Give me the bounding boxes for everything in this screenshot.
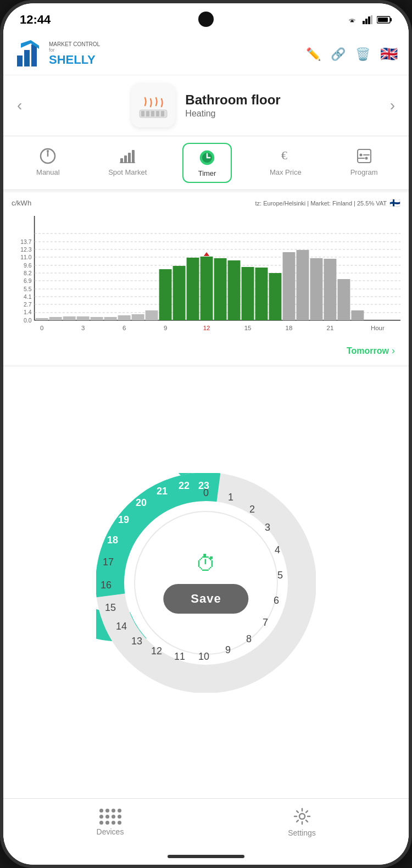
finland-flag: 🇫🇮 — [389, 198, 400, 208]
camera-notch — [198, 12, 214, 27]
svg-point-31 — [365, 157, 368, 160]
clock-center: ⏱ Save — [163, 552, 248, 614]
device-icon-box — [131, 84, 175, 127]
battery-icon — [377, 15, 392, 24]
delete-icon[interactable]: 🗑️ — [355, 47, 370, 62]
chart-tz: tz: Europe/Helsinki | Market: Finland | … — [255, 198, 400, 208]
svg-rect-5 — [390, 18, 392, 21]
svg-rect-78 — [310, 258, 322, 320]
top-actions: ✏️ 🔗 🗑️ 🇬🇧 — [306, 46, 398, 63]
svg-rect-0 — [363, 21, 365, 24]
svg-text:8: 8 — [246, 633, 252, 644]
svg-text:12: 12 — [151, 646, 162, 656]
logo-for: for — [49, 47, 100, 53]
flag-icon[interactable]: 🇬🇧 — [380, 46, 398, 63]
tomorrow-arrow: › — [392, 345, 395, 357]
svg-rect-13 — [151, 111, 154, 116]
svg-rect-74 — [255, 268, 268, 320]
spot-market-icon — [119, 147, 136, 165]
svg-text:17: 17 — [103, 557, 114, 567]
svg-rect-2 — [368, 16, 370, 24]
tab-program[interactable]: Program — [339, 143, 389, 183]
svg-rect-75 — [269, 273, 282, 320]
clock-ring[interactable]: 0 1 2 3 4 5 6 7 8 9 10 11 12 13 14 15 16 — [96, 473, 316, 693]
svg-text:21: 21 — [327, 325, 334, 331]
svg-rect-71 — [214, 258, 227, 320]
settings-icon — [293, 807, 311, 826]
svg-text:5.5: 5.5 — [24, 286, 32, 292]
svg-text:2: 2 — [249, 504, 255, 515]
tab-manual[interactable]: Manual — [23, 143, 73, 183]
nav-devices[interactable]: Devices — [83, 809, 138, 836]
logo-area: MARKET CONTROL for SHELLY — [14, 39, 100, 69]
tomorrow-text: Tomorrow — [347, 346, 389, 356]
svg-text:Hour: Hour — [371, 325, 385, 331]
tab-timer-label: Timer — [198, 169, 216, 177]
device-subtitle: Heating — [185, 109, 280, 119]
svg-text:9.6: 9.6 — [24, 263, 32, 269]
edit-icon[interactable]: ✏️ — [306, 47, 321, 62]
next-button[interactable]: › — [387, 94, 398, 117]
svg-text:8.2: 8.2 — [24, 270, 32, 276]
home-bar — [168, 855, 244, 858]
svg-rect-57 — [36, 318, 48, 320]
chart-container: 0.0 1.4 2.7 4.1 5.5 6.9 8.2 9.6 11.0 12.… — [12, 210, 400, 342]
svg-text:0: 0 — [40, 325, 43, 331]
max-price-icon: € — [277, 147, 294, 165]
svg-text:2.7: 2.7 — [24, 302, 32, 308]
chart-svg: 0.0 1.4 2.7 4.1 5.5 6.9 8.2 9.6 11.0 12.… — [12, 210, 400, 342]
chart-y-unit: c/kWh — [12, 199, 31, 207]
svg-text:6: 6 — [274, 595, 279, 606]
svg-rect-12 — [146, 111, 149, 116]
svg-text:€: € — [281, 148, 287, 162]
tomorrow-link[interactable]: Tomorrow › — [12, 342, 400, 362]
tab-max-price[interactable]: € Max Price — [261, 143, 310, 183]
svg-text:13: 13 — [131, 636, 142, 647]
svg-text:4.1: 4.1 — [24, 294, 32, 300]
svg-rect-9 — [31, 44, 37, 66]
nav-settings[interactable]: Settings — [275, 807, 330, 837]
share-icon[interactable]: 🔗 — [331, 47, 346, 62]
prev-button[interactable]: ‹ — [14, 94, 25, 117]
svg-rect-1 — [365, 19, 368, 24]
svg-text:0.0: 0.0 — [24, 318, 32, 324]
device-title: Bathroom floor — [185, 92, 280, 108]
logo-market-control: MARKET CONTROL — [49, 41, 100, 47]
svg-rect-20 — [128, 153, 131, 163]
svg-rect-11 — [141, 111, 144, 116]
svg-text:1: 1 — [228, 492, 233, 503]
timer-center-icon: ⏱ — [196, 552, 216, 576]
svg-text:14: 14 — [116, 621, 127, 632]
tab-timer[interactable]: Timer — [182, 143, 232, 183]
svg-rect-15 — [161, 111, 164, 116]
svg-text:12.3: 12.3 — [20, 247, 32, 253]
tab-manual-label: Manual — [36, 168, 60, 176]
svg-rect-14 — [156, 111, 159, 116]
tab-max-price-label: Max Price — [270, 168, 302, 176]
chart-section: c/kWh tz: Europe/Helsinki | Market: Finl… — [3, 192, 409, 365]
svg-rect-68 — [187, 258, 199, 320]
svg-rect-3 — [371, 15, 372, 24]
svg-text:20: 20 — [136, 497, 147, 508]
logo-shelly: SHELLY — [49, 53, 100, 67]
svg-text:11.0: 11.0 — [20, 254, 32, 260]
status-icons — [346, 15, 392, 24]
svg-marker-70 — [204, 252, 209, 256]
svg-rect-80 — [337, 279, 350, 320]
svg-point-119 — [299, 814, 305, 819]
svg-text:11: 11 — [174, 651, 185, 662]
svg-text:21: 21 — [157, 486, 168, 497]
tab-program-label: Program — [350, 168, 378, 176]
tab-spot-market[interactable]: Spot Market — [102, 143, 153, 183]
top-bar: MARKET CONTROL for SHELLY ✏️ 🔗 🗑️ 🇬🇧 — [3, 34, 409, 75]
svg-text:18: 18 — [107, 535, 118, 546]
svg-text:6: 6 — [123, 325, 126, 331]
svg-rect-6 — [378, 18, 388, 22]
nav-devices-label: Devices — [97, 827, 124, 836]
svg-rect-60 — [77, 316, 90, 320]
save-button[interactable]: Save — [163, 584, 248, 614]
svg-rect-67 — [173, 266, 186, 320]
svg-rect-61 — [91, 317, 103, 320]
timer-icon — [198, 148, 216, 166]
svg-point-29 — [359, 154, 362, 157]
